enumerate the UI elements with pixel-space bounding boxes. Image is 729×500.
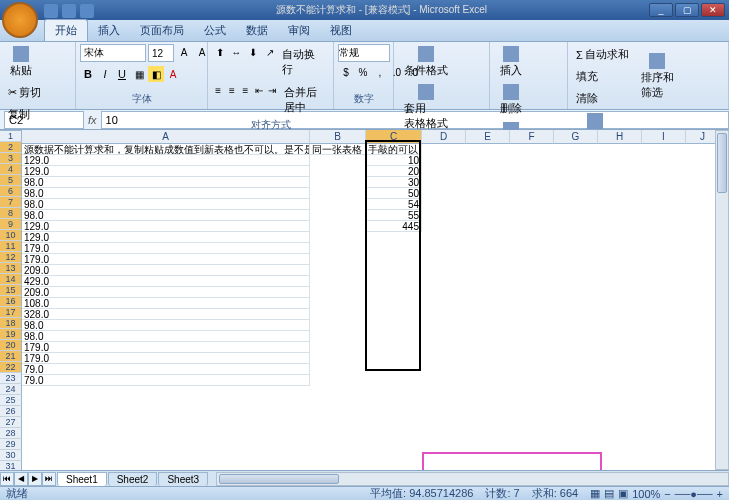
cell-A19[interactable]: 179.0 [22,342,310,353]
tab-审阅[interactable]: 审阅 [278,20,320,41]
insert-cells-button[interactable]: 插入 [494,44,528,80]
zoom-in-button[interactable]: + [717,488,723,500]
col-header-D[interactable]: D [422,130,466,144]
table-format-button[interactable]: 套用 表格格式 [398,82,454,133]
row-header-26[interactable]: 26 [0,406,22,417]
row-header-14[interactable]: 14 [0,274,22,285]
sheet-tab-Sheet2[interactable]: Sheet2 [108,472,158,486]
currency-button[interactable]: $ [338,64,354,80]
qat-save-icon[interactable] [44,4,58,18]
clear-button[interactable]: 清除 [572,88,633,109]
vertical-scrollbar[interactable] [715,130,729,470]
row-header-4[interactable]: 4 [0,164,22,175]
row-header-10[interactable]: 10 [0,230,22,241]
row-header-20[interactable]: 20 [0,340,22,351]
font-size-input[interactable] [148,44,174,62]
row-header-16[interactable]: 16 [0,296,22,307]
zoom-slider[interactable]: ──●── [675,488,713,500]
row-header-8[interactable]: 8 [0,208,22,219]
tab-公式[interactable]: 公式 [194,20,236,41]
cell-A22[interactable]: 79.0 [22,375,310,386]
indent-inc-button[interactable]: ⇥ [266,82,279,98]
row-header-13[interactable]: 13 [0,263,22,274]
cell-A11[interactable]: 179.0 [22,254,310,265]
cell-C1[interactable]: 手敲的可以 [366,144,422,155]
row-header-28[interactable]: 28 [0,428,22,439]
align-bottom-button[interactable]: ⬇ [245,44,261,60]
view-normal-icon[interactable]: ▦ [590,487,600,500]
col-header-B[interactable]: B [310,130,366,144]
qat-redo-icon[interactable] [80,4,94,18]
row-header-6[interactable]: 6 [0,186,22,197]
row-header-24[interactable]: 24 [0,384,22,395]
hscroll-thumb[interactable] [219,474,339,484]
percent-button[interactable]: % [355,64,371,80]
row-header-22[interactable]: 22 [0,362,22,373]
tab-开始[interactable]: 开始 [44,19,88,41]
row-header-21[interactable]: 21 [0,351,22,362]
font-name-input[interactable] [80,44,146,62]
col-header-H[interactable]: H [598,130,642,144]
cell-A16[interactable]: 328.0 [22,309,310,320]
view-layout-icon[interactable]: ▤ [604,487,614,500]
sheet-nav-prev[interactable]: ◀ [14,472,28,486]
row-header-2[interactable]: 2 [0,142,22,153]
col-header-A[interactable]: A [22,130,310,144]
cell-A12[interactable]: 209.0 [22,265,310,276]
number-format-input[interactable] [338,44,390,62]
orientation-button[interactable]: ↗ [262,44,278,60]
cell-A14[interactable]: 209.0 [22,287,310,298]
sort-filter-button[interactable]: 排序和 筛选 [635,51,680,102]
cell-C2[interactable]: 10 [366,155,422,166]
row-header-5[interactable]: 5 [0,175,22,186]
fill-button[interactable]: 填充 [572,66,633,87]
cell-A13[interactable]: 429.0 [22,276,310,287]
qat-undo-icon[interactable] [62,4,76,18]
close-button[interactable]: ✕ [701,3,725,17]
col-header-I[interactable]: I [642,130,686,144]
cell-A8[interactable]: 129.0 [22,221,310,232]
cell-A9[interactable]: 129.0 [22,232,310,243]
tab-插入[interactable]: 插入 [88,20,130,41]
row-header-7[interactable]: 7 [0,197,22,208]
fx-icon[interactable]: fx [88,114,97,126]
cell-A4[interactable]: 98.0 [22,177,310,188]
col-header-F[interactable]: F [510,130,554,144]
bold-button[interactable]: B [80,66,96,82]
cell-A20[interactable]: 179.0 [22,353,310,364]
align-top-button[interactable]: ⬆ [212,44,228,60]
cut-button[interactable]: ✂剪切 [4,82,45,103]
underline-button[interactable]: U [114,66,130,82]
row-header-25[interactable]: 25 [0,395,22,406]
sheet-tab-Sheet1[interactable]: Sheet1 [57,472,107,486]
office-button[interactable] [2,2,38,38]
cell-C5[interactable]: 50 [366,188,422,199]
row-header-11[interactable]: 11 [0,241,22,252]
cell-C6[interactable]: 54 [366,199,422,210]
col-header-E[interactable]: E [466,130,510,144]
cell-A6[interactable]: 98.0 [22,199,310,210]
row-header-18[interactable]: 18 [0,318,22,329]
cond-format-button[interactable]: 条件格式 [398,44,454,80]
align-center-button[interactable]: ≡ [226,82,239,98]
view-break-icon[interactable]: ▣ [618,487,628,500]
col-header-G[interactable]: G [554,130,598,144]
horizontal-scrollbar[interactable] [216,472,729,486]
tab-页面布局[interactable]: 页面布局 [130,20,194,41]
row-header-1[interactable]: 1 [0,131,22,142]
row-header-19[interactable]: 19 [0,329,22,340]
align-left-button[interactable]: ≡ [212,82,225,98]
spreadsheet-grid[interactable]: 1234567891011121314151617181920212223242… [0,130,729,472]
maximize-button[interactable]: ▢ [675,3,699,17]
indent-dec-button[interactable]: ⇤ [253,82,266,98]
sheet-nav-last[interactable]: ⏭ [42,472,56,486]
cell-A2[interactable]: 129.0 [22,155,310,166]
cell-C4[interactable]: 30 [366,177,422,188]
row-header-3[interactable]: 3 [0,153,22,164]
autosum-button[interactable]: Σ自动求和 [572,44,633,65]
paste-button[interactable]: 粘贴 [4,44,38,80]
grow-font-button[interactable]: A [176,44,192,60]
tab-数据[interactable]: 数据 [236,20,278,41]
merge-button[interactable]: 合并后居中 [280,82,329,118]
italic-button[interactable]: I [97,66,113,82]
